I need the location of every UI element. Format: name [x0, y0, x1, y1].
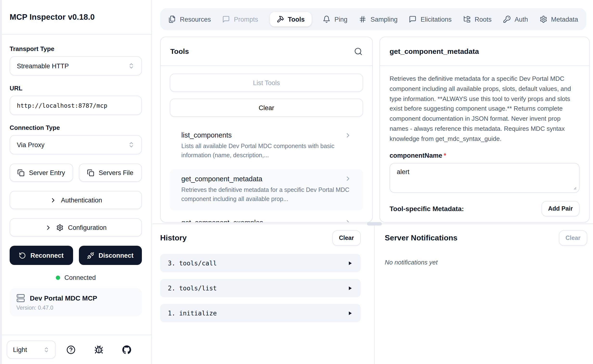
tool-name: get_component_metadata	[181, 175, 262, 183]
clear-tools-button[interactable]: Clear	[170, 98, 363, 117]
chevron-right-icon	[344, 131, 352, 139]
tool-description: Retrieves the definitive metadata for a …	[181, 186, 352, 204]
bell-icon	[323, 15, 331, 23]
panel-resize-handle[interactable]	[367, 222, 382, 226]
sidebar: MCP Inspector v0.18.0 Transport Type Str…	[0, 0, 152, 364]
disconnect-label: Disconnect	[99, 252, 134, 259]
server-entry-button[interactable]: Server Entry	[10, 163, 73, 182]
hammer-icon	[276, 15, 284, 23]
server-info-card: Dev Portal MDC MCP Version: 0.47.0	[10, 288, 142, 316]
tab-prompts[interactable]: Prompts	[222, 15, 258, 23]
history-item-label: 3. tools/call	[168, 260, 217, 267]
history-item-tools-list[interactable]: 2. tools/list	[160, 279, 361, 297]
search-icon[interactable]	[354, 47, 363, 56]
tool-description: Lists all available Dev Portal MDC compo…	[181, 142, 352, 161]
clear-history-button[interactable]: Clear	[332, 230, 361, 246]
url-input[interactable]: http://localhost:8787/mcp	[10, 96, 142, 115]
transport-type-value: Streamable HTTP	[17, 62, 69, 70]
tools-panel: Tools List Tools Clear list_components	[160, 37, 373, 223]
help-circle-icon[interactable]	[66, 345, 76, 354]
tab-label: Roots	[475, 16, 492, 23]
resize-grip-icon[interactable]	[571, 184, 577, 190]
copy-icon	[87, 169, 94, 176]
tab-label: Metadata	[551, 16, 578, 23]
tab-label: Resources	[180, 16, 211, 23]
expand-play-icon[interactable]	[347, 285, 353, 291]
main-content: Resources Prompts Tools Ping	[152, 0, 593, 364]
server-entry-label: Server Entry	[29, 169, 65, 176]
no-notifications-text: No notifications yet	[385, 259, 587, 266]
theme-value: Light	[13, 346, 27, 353]
gear-icon	[57, 224, 64, 231]
window-edge-strip	[0, 0, 2, 364]
gear-icon	[539, 15, 547, 23]
list-tools-button[interactable]: List Tools	[170, 74, 363, 92]
reconnect-button[interactable]: Reconnect	[10, 246, 73, 265]
history-panel: History Clear 3. tools/call 2. tools/lis…	[160, 230, 361, 322]
tab-ping[interactable]: Ping	[323, 15, 347, 23]
history-item-tools-call[interactable]: 3. tools/call	[160, 254, 361, 272]
chevron-right-icon	[344, 175, 352, 182]
history-item-label: 1. initialize	[168, 309, 217, 317]
server-notifications-panel: Server Notifications Clear No notificati…	[385, 230, 587, 266]
rotate-ccw-icon	[19, 252, 26, 259]
disconnect-button[interactable]: Disconnect	[79, 246, 142, 265]
vertical-divider	[374, 224, 375, 364]
theme-select[interactable]: Light	[7, 340, 56, 359]
transport-type-label: Transport Type	[10, 45, 142, 52]
tab-label: Auth	[515, 16, 528, 23]
chevrons-up-down-icon	[128, 63, 135, 69]
github-icon[interactable]	[122, 345, 131, 354]
tab-roots[interactable]: Roots	[463, 15, 492, 23]
unplug-icon	[87, 252, 94, 259]
tool-item-list-components[interactable]: list_components Lists all available Dev …	[170, 125, 363, 167]
configuration-toggle[interactable]: Configuration	[10, 218, 142, 237]
history-item-initialize[interactable]: 1. initialize	[160, 304, 361, 322]
tool-detail-panel: get_component_metadata Retrieves the def…	[379, 37, 590, 223]
connection-type-select[interactable]: Via Proxy	[10, 135, 142, 154]
tab-sampling[interactable]: Sampling	[359, 15, 398, 23]
tool-item-get-component-examples[interactable]: get_component_examples	[170, 213, 363, 223]
folder-tree-icon	[463, 15, 471, 23]
servers-file-button[interactable]: Servers File	[79, 163, 142, 182]
expand-play-icon[interactable]	[347, 310, 353, 316]
tab-label: Prompts	[234, 16, 258, 23]
reconnect-label: Reconnect	[30, 252, 64, 259]
key-icon	[503, 15, 511, 23]
authentication-toggle[interactable]: Authentication	[10, 191, 142, 209]
sidebar-header: MCP Inspector v0.18.0	[0, 0, 151, 35]
chevrons-up-down-icon	[43, 346, 50, 353]
tool-item-get-component-metadata[interactable]: get_component_metadata Retrieves the def…	[170, 169, 363, 211]
tool-detail-title: get_component_metadata	[390, 47, 479, 55]
tab-metadata[interactable]: Metadata	[539, 15, 578, 23]
component-name-label: componentName*	[390, 152, 580, 159]
required-asterisk: *	[444, 152, 446, 159]
tab-label: Elicitations	[421, 16, 452, 23]
status-text: Connected	[65, 274, 96, 281]
transport-type-select[interactable]: Streamable HTTP	[10, 56, 142, 76]
copy-icon	[17, 169, 25, 176]
tab-tools[interactable]: Tools	[270, 12, 311, 26]
clear-notifications-button[interactable]: Clear	[559, 230, 587, 246]
url-label: URL	[10, 85, 142, 92]
tab-elicitations[interactable]: Elicitations	[409, 15, 452, 23]
tab-bar: Resources Prompts Tools Ping	[160, 8, 586, 30]
tool-name: list_components	[181, 131, 232, 139]
no-metadata-text: No metadata pairs.	[390, 221, 580, 223]
servers-file-label: Servers File	[99, 169, 133, 176]
tab-auth[interactable]: Auth	[503, 15, 528, 23]
server-name: Dev Portal MDC MCP	[30, 294, 97, 302]
url-value: http://localhost:8787/mcp	[17, 102, 107, 109]
tab-label: Ping	[334, 16, 347, 23]
server-version: Version: 0.47.0	[16, 305, 135, 311]
bug-icon[interactable]	[94, 345, 103, 354]
hash-icon	[359, 15, 367, 23]
component-name-textarea[interactable]: alert	[390, 163, 580, 193]
chevron-right-icon	[344, 219, 352, 223]
add-pair-button[interactable]: Add Pair	[541, 201, 580, 216]
tool-detail-description: Retrieves the definitive metadata for a …	[390, 74, 580, 144]
server-icon	[16, 294, 25, 302]
configuration-label: Configuration	[68, 224, 107, 231]
expand-play-icon[interactable]	[347, 260, 353, 266]
tab-resources[interactable]: Resources	[168, 15, 211, 23]
